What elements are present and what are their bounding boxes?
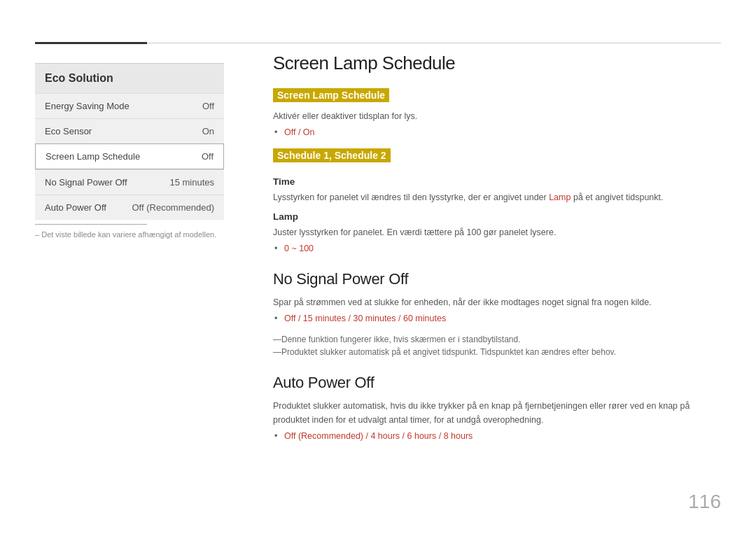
auto-power-option-text: Off (Recommended) / 4 hours / 6 hours / … (284, 431, 472, 441)
no-signal-heading: No Signal Power Off (273, 270, 721, 288)
lamp-title: Lamp (273, 211, 721, 222)
time-desc-part1: Lysstyrken for panelet vil ændres til de… (273, 192, 549, 202)
section-schedule: Schedule 1, Schedule 2 Time Lysstyrken f… (273, 148, 721, 253)
auto-power-option: Off (Recommended) / 4 hours / 6 hours / … (284, 431, 721, 441)
lamp-link: Lamp (549, 192, 570, 202)
section-auto-power: Auto Power Off Produktet slukker automat… (273, 374, 721, 441)
sidebar-title: Eco Solution (35, 63, 224, 93)
sidebar-item-energy-value: Off (202, 101, 214, 111)
no-signal-options-list: Off / 15 minutes / 30 minutes / 60 minut… (284, 314, 721, 323)
sidebar-item-auto-power-label: Auto Power Off (45, 202, 106, 213)
footnote-text: – Det viste billede kan variere afhængig… (35, 230, 224, 239)
sidebar-item-no-signal-value: 15 minutes (169, 177, 214, 188)
lamp-option-text: 0 ~ 100 (284, 244, 314, 253)
auto-power-heading: Auto Power Off (273, 374, 721, 392)
footnote-dash: – (35, 230, 41, 239)
footnote-divider (35, 224, 147, 225)
sidebar-item-energy[interactable]: Energy Saving Mode Off (35, 93, 224, 118)
screen-lamp-desc: Aktivér eller deaktiver tidsplan for lys… (273, 109, 721, 123)
sidebar: Eco Solution Energy Saving Mode Off Eco … (35, 63, 224, 220)
top-line-divider (147, 43, 721, 43)
page-title: Screen Lamp Schedule (273, 52, 721, 74)
sidebar-item-screen-lamp[interactable]: Screen Lamp Schedule Off (35, 143, 224, 169)
lamp-option: 0 ~ 100 (284, 244, 721, 253)
sidebar-item-no-signal-label: No Signal Power Off (45, 177, 127, 188)
screen-lamp-option: Off / On (284, 127, 721, 137)
footnote-content: Det viste billede kan variere afhængigt … (41, 230, 216, 239)
schedule-heading: Schedule 1, Schedule 2 (273, 148, 391, 162)
no-signal-option: Off / 15 minutes / 30 minutes / 60 minut… (284, 314, 721, 323)
time-title: Time (273, 176, 721, 187)
section-screen-lamp: Screen Lamp Schedule Aktivér eller deakt… (273, 88, 721, 137)
screen-lamp-option-text: Off / On (284, 127, 315, 137)
sidebar-item-eco[interactable]: Eco Sensor On (35, 118, 224, 143)
sidebar-item-screen-lamp-label: Screen Lamp Schedule (46, 151, 140, 162)
page-number: 116 (688, 491, 721, 513)
no-signal-note2: Produktet slukker automatisk på et angiv… (273, 347, 721, 357)
screen-lamp-options-list: Off / On (284, 127, 721, 137)
time-desc: Lysstyrken for panelet vil ændres til de… (273, 190, 721, 204)
sidebar-item-screen-lamp-value: Off (202, 151, 214, 162)
footnote-area: – Det viste billede kan variere afhængig… (35, 224, 224, 239)
sidebar-item-no-signal[interactable]: No Signal Power Off 15 minutes (35, 169, 224, 195)
screen-lamp-heading: Screen Lamp Schedule (273, 88, 389, 102)
sidebar-item-energy-label: Energy Saving Mode (45, 101, 130, 111)
auto-power-desc: Produktet slukker automatisk, hvis du ik… (273, 399, 721, 427)
auto-power-options-list: Off (Recommended) / 4 hours / 6 hours / … (284, 431, 721, 441)
top-line-accent (35, 42, 147, 44)
lamp-options-list: 0 ~ 100 (284, 244, 721, 253)
main-content: Screen Lamp Schedule Screen Lamp Schedul… (273, 52, 721, 452)
no-signal-option-text: Off / 15 minutes / 30 minutes / 60 minut… (284, 314, 446, 323)
no-signal-desc: Spar på strømmen ved at slukke for enhed… (273, 295, 721, 309)
sidebar-item-eco-label: Eco Sensor (45, 126, 92, 136)
top-decorative-lines (35, 42, 721, 44)
time-desc-part2: på et angivet tidspunkt. (570, 192, 663, 202)
sidebar-item-eco-value: On (202, 126, 214, 136)
section-no-signal: No Signal Power Off Spar på strømmen ved… (273, 270, 721, 357)
sidebar-item-auto-power[interactable]: Auto Power Off Off (Recommended) (35, 195, 224, 220)
sidebar-item-auto-power-value: Off (Recommended) (132, 202, 214, 213)
no-signal-note1: Denne funktion fungerer ikke, hvis skærm… (273, 335, 721, 344)
lamp-desc: Juster lysstyrken for panelet. En værdi … (273, 225, 721, 239)
